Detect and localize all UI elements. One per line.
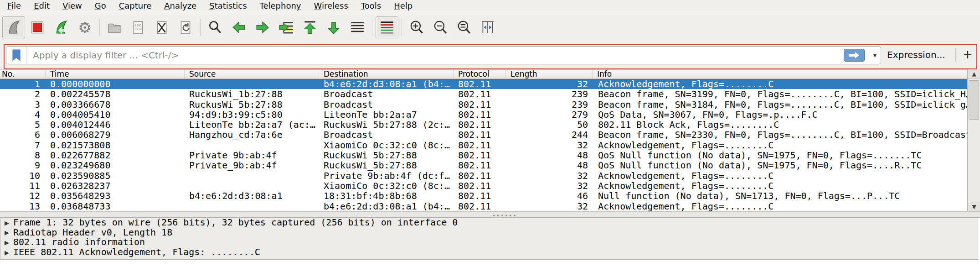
packet-row[interactable]: 30.003366678RuckusWi_5b:27:88Broadcast80… — [0, 99, 967, 110]
filter-bookmark-button[interactable] — [6, 47, 26, 64]
filter-bar-separator — [955, 48, 956, 62]
packet-row[interactable]: 130.036848733b4:e6:2d:d3:08:a1 (b4:…802.… — [0, 201, 967, 211]
toolbar-group: 01010110 — [103, 16, 197, 38]
packet-cell-protocol: 802.11 — [454, 191, 506, 201]
open-file-button[interactable] — [103, 16, 126, 38]
column-header-info[interactable]: Info — [593, 70, 967, 79]
menu-edit[interactable]: Edit — [27, 0, 56, 12]
packet-row[interactable]: 80.022677882Private_9b:ab:4fRuckusWi_5b:… — [0, 150, 967, 160]
scrollbar-up-button[interactable]: ▲ — [968, 69, 980, 79]
capture-options-button[interactable]: ⚙ — [73, 16, 96, 38]
packet-cell-protocol: 802.11 — [454, 160, 506, 170]
packet-cell-destination: XiaomiCo_0c:32:c0 (8c:… — [319, 181, 454, 191]
column-header-length[interactable]: Length — [506, 70, 593, 79]
packet-cell-destination: Broadcast — [319, 99, 454, 110]
pane-splitter[interactable]: •••••• — [0, 211, 980, 218]
scrollbar-down-button[interactable]: ▼ — [968, 202, 980, 211]
detail-row-text: 802.11 radio information — [13, 237, 145, 247]
close-file-button[interactable] — [150, 16, 173, 38]
packet-cell-no: 12 — [0, 191, 46, 201]
zoom-in-button[interactable] — [405, 16, 428, 38]
packet-cell-destination: XiaomiCo_0c:32:c0 (8c:… — [319, 140, 454, 150]
go-to-packet-button[interactable] — [275, 16, 298, 38]
menu-capture[interactable]: Capture — [113, 0, 158, 12]
column-header-source[interactable]: Source — [185, 70, 319, 79]
apply-filter-button[interactable] — [844, 49, 865, 62]
resize-columns-button[interactable] — [476, 16, 499, 38]
packet-row[interactable]: 50.004012446LiteonTe_bb:2a:a7 (ac:…Rucku… — [0, 120, 967, 130]
packet-row[interactable]: 60.006068279Hangzhou_cd:7a:6eBroadcast80… — [0, 130, 967, 140]
menu-help[interactable]: Help — [387, 0, 419, 12]
menu-analyze[interactable]: Analyze — [158, 0, 203, 12]
add-filter-button[interactable]: + — [959, 45, 976, 63]
packet-row[interactable]: 40.00400541094:d9:b3:99:c5:80LiteonTe_bb… — [0, 110, 967, 120]
packet-cell-destination: b4:e6:2d:d3:08:a1 (b4:… — [319, 79, 454, 89]
go-last-button[interactable] — [322, 16, 345, 38]
column-header-no[interactable]: No. — [0, 70, 46, 79]
expand-triangle-icon[interactable]: ▶ — [0, 228, 13, 237]
restart-capture-button[interactable] — [50, 16, 72, 38]
packet-row[interactable]: 120.035648293b4:e6:2d:d3:08:a118:31:bf:4… — [0, 191, 967, 201]
menu-statistics[interactable]: Statistics — [203, 0, 253, 12]
detail-row[interactable]: ▶IEEE 802.11 Acknowledgement, Flags: ...… — [0, 247, 978, 257]
packet-cell-info: Acknowledgement, Flags=........C — [593, 181, 967, 191]
display-filter-input[interactable] — [6, 46, 881, 64]
packet-cell-time: 0.004012446 — [46, 120, 185, 130]
reload-file-button[interactable] — [174, 16, 197, 38]
menu-tools[interactable]: Tools — [355, 0, 387, 12]
packet-cell-info: Beacon frame, SN=3184, FN=0, Flags=.....… — [593, 99, 967, 110]
packet-cell-length: 32 — [506, 79, 593, 89]
packet-row[interactable]: 10.000000000b4:e6:2d:d3:08:a1 (b4:…802.1… — [0, 79, 967, 89]
packet-list-scrollbar[interactable]: ▲ ▼ — [967, 69, 980, 211]
auto-scroll-button[interactable] — [346, 16, 369, 38]
scrollbar-thumb[interactable] — [969, 80, 979, 120]
expand-triangle-icon[interactable]: ▶ — [0, 248, 13, 257]
menu-telephony[interactable]: Telephony — [253, 0, 308, 12]
packet-cell-no: 9 — [0, 160, 46, 170]
packet-row[interactable]: 100.023590885Private_9b:ab:4f (dc:f…802.… — [0, 171, 967, 181]
go-back-button[interactable] — [227, 16, 250, 38]
find-packet-button[interactable] — [204, 16, 227, 38]
packet-cell-destination: RuckusWi_5b:27:88 — [319, 150, 454, 160]
filter-history-dropdown[interactable]: ▾ — [873, 52, 877, 59]
packet-cell-info: QoS Null function (No data), SN=1975, FN… — [593, 160, 967, 170]
packet-cell-protocol: 802.11 — [454, 110, 506, 120]
colorize-packets-button[interactable] — [376, 16, 398, 38]
packet-row[interactable]: 90.023249680Private_9b:ab:4fRuckusWi_5b:… — [0, 160, 967, 170]
column-header-time[interactable]: Time — [46, 70, 185, 79]
menu-view[interactable]: View — [56, 0, 88, 12]
go-first-button[interactable] — [299, 16, 321, 38]
detail-row[interactable]: ▶Radiotap Header v0, Length 18 — [0, 228, 978, 238]
packet-cell-no: 7 — [0, 140, 46, 150]
save-file-button[interactable]: 01010110 — [127, 16, 150, 38]
start-capture-button[interactable] — [2, 16, 25, 38]
packet-cell-no: 3 — [0, 99, 46, 110]
detail-row[interactable]: ▶802.11 radio information — [0, 237, 978, 247]
menu-go[interactable]: Go — [88, 0, 113, 12]
svg-text:0101: 0101 — [135, 24, 142, 27]
packet-cell-destination: b4:e6:2d:d3:08:a1 (b4:… — [319, 201, 454, 211]
search-icon — [207, 20, 223, 35]
packet-cell-length: 48 — [506, 160, 593, 170]
packet-row[interactable]: 110.026328237XiaomiCo_0c:32:c0 (8c:…802.… — [0, 181, 967, 191]
expression-button[interactable]: Expression... — [887, 49, 945, 60]
packet-cell-info: 802.11 Block Ack, Flags=........C — [593, 120, 967, 130]
expand-triangle-icon[interactable]: ▶ — [0, 218, 13, 228]
column-header-destination[interactable]: Destination — [319, 70, 454, 79]
go-forward-button[interactable] — [251, 16, 274, 38]
packet-row[interactable]: 70.021573808XiaomiCo_0c:32:c0 (8c:…802.1… — [0, 140, 967, 150]
packet-cell-source: LiteonTe_bb:2a:a7 (ac:… — [185, 120, 319, 130]
menu-file[interactable]: File — [1, 0, 27, 12]
packet-cell-time: 0.035648293 — [46, 191, 185, 201]
menu-wireless[interactable]: Wireless — [308, 0, 355, 12]
stop-capture-button[interactable] — [26, 16, 49, 38]
column-header-protocol[interactable]: Protocol — [454, 70, 506, 79]
packet-cell-time: 0.004005410 — [46, 110, 185, 120]
zoom-out-button[interactable] — [429, 16, 452, 38]
zoom-original-button[interactable] — [453, 16, 475, 38]
packet-cell-info: Acknowledgement, Flags=........C — [593, 201, 967, 211]
packet-row[interactable]: 20.002245578RuckusWi_1b:27:88Broadcast80… — [0, 89, 967, 99]
packet-details-pane: ▶Frame 1: 32 bytes on wire (256 bits), 3… — [0, 218, 978, 260]
expand-triangle-icon[interactable]: ▶ — [0, 238, 13, 247]
detail-row[interactable]: ▶Frame 1: 32 bytes on wire (256 bits), 3… — [0, 218, 978, 228]
